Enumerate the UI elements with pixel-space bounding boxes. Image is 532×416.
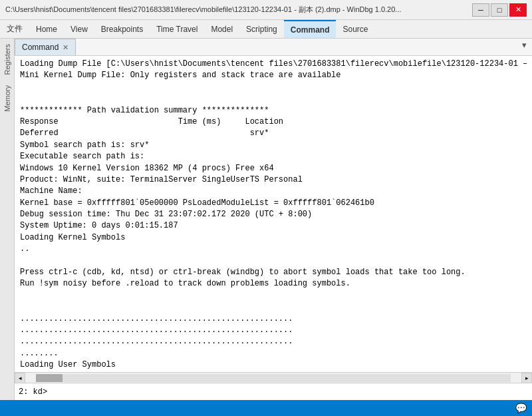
input-prompt: 2: kd> — [19, 387, 47, 397]
h-scrollbar-track — [36, 374, 511, 382]
h-scrollbar-thumb[interactable] — [36, 374, 63, 382]
close-button[interactable]: ✕ — [509, 3, 527, 17]
title-bar: C:\Users\hnist\Documents\tencent files\2… — [0, 0, 532, 20]
output-line-5: Response Time (ms) Location — [20, 117, 283, 126]
output-area: Loading Dump File [C:\Users\hnist\Docume… — [15, 56, 532, 372]
h-scrollbar[interactable]: ◂ ▸ — [15, 372, 532, 383]
menu-breakpoints[interactable]: Breakpoints — [94, 20, 150, 38]
menu-file[interactable]: 文件 — [0, 20, 29, 38]
output-line-13: Debug session time: Thu Dec 31 23:07:02.… — [20, 210, 312, 219]
menu-model[interactable]: Model — [204, 20, 239, 38]
output-line-14: System Uptime: 0 days 0:01:15.187 — [20, 221, 178, 230]
output-line-0: Loading Dump File [C:\Users\hnist\Docume… — [20, 59, 532, 69]
main-layout: Registers Memory Command ✕ ▾ Loading Dum… — [0, 39, 532, 400]
output-line-16: .. — [20, 244, 29, 254]
menu-command[interactable]: Command — [284, 20, 336, 38]
output-line-15: Loading Kernel Symbols — [20, 233, 125, 242]
output-line-24: ........................................… — [20, 337, 293, 346]
output-line-1: Mini Kernel Dump File: Only registers an… — [20, 71, 340, 80]
output-line-10: Product: WinNt, suite: TerminalServer Si… — [20, 175, 303, 184]
output-line-19: Run !sym noisy before .reload to track d… — [20, 279, 350, 288]
output-line-11: Machine Name: — [20, 186, 82, 196]
h-scroll-left-btn[interactable]: ◂ — [15, 373, 25, 383]
output-line-9: Windows 10 Kernel Version 18362 MP (4 pr… — [20, 164, 274, 173]
menu-bar: 文件 Home View Breakpoints Time Travel Mod… — [0, 20, 532, 39]
input-bar: 2: kd> — [15, 383, 532, 400]
output-line-6: Deferred srv* — [20, 128, 269, 138]
sidebar-memory[interactable]: Memory — [2, 80, 13, 117]
status-bar: 💬 — [0, 400, 532, 416]
menu-time-travel[interactable]: Time Travel — [150, 20, 204, 38]
inner-tab-strip: Command ✕ ▾ — [15, 39, 532, 56]
tab-chevron-icon[interactable]: ▾ — [517, 39, 532, 55]
output-line-18: Press ctrl-c (cdb, kd, ntsd) or ctrl-bre… — [20, 268, 466, 277]
command-tab[interactable]: Command ✕ — [15, 39, 76, 55]
output-line-8: Executable search path is: — [20, 152, 144, 161]
content-area: Command ✕ ▾ Loading Dump File [C:\Users\… — [15, 39, 532, 400]
h-scroll-right-btn[interactable]: ▸ — [521, 373, 532, 383]
menu-source[interactable]: Source — [336, 20, 374, 38]
output-line-25: ........ — [20, 349, 59, 358]
output-line-4: ************* Path validation summary **… — [20, 106, 269, 115]
output-line-7: Symbol search path is: srv* — [20, 140, 149, 150]
title-text: C:\Users\hnist\Documents\tencent files\2… — [5, 5, 402, 15]
tab-close-icon[interactable]: ✕ — [63, 43, 68, 52]
output-line-12: Kernel base = 0xfffff801`05e00000 PsLoad… — [20, 198, 374, 208]
command-tab-label: Command — [22, 43, 59, 52]
maximize-button[interactable]: □ — [491, 3, 508, 17]
left-sidebar: Registers Memory — [0, 39, 15, 400]
output-line-23: ........................................… — [20, 325, 293, 335]
menu-view[interactable]: View — [64, 20, 94, 38]
minimize-button[interactable]: ─ — [472, 3, 489, 17]
title-bar-text: C:\Users\hnist\Documents\tencent files\2… — [5, 5, 402, 15]
menu-scripting[interactable]: Scripting — [239, 20, 284, 38]
output-line-22: ........................................… — [20, 314, 293, 323]
chat-icon[interactable]: 💬 — [515, 403, 527, 413]
output-line-26: Loading User Symbols — [20, 360, 116, 369]
sidebar-registers[interactable]: Registers — [2, 39, 13, 80]
menu-home[interactable]: Home — [29, 20, 64, 38]
title-bar-controls: ─ □ ✕ — [472, 3, 527, 17]
command-input[interactable] — [50, 387, 528, 397]
